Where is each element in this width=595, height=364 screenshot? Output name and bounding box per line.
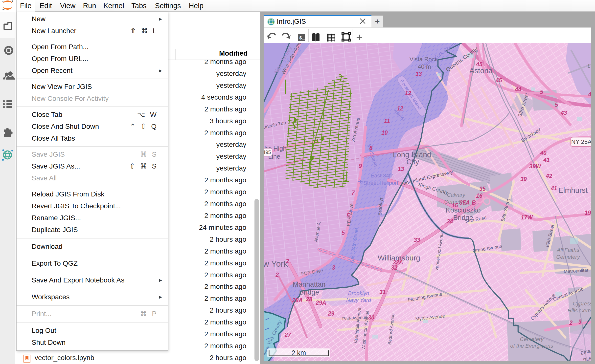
svg-text:19: 19 <box>585 210 591 216</box>
svg-text:2: 2 <box>569 320 573 326</box>
svg-text:28A: 28A <box>292 297 303 303</box>
svg-text:7: 7 <box>352 190 355 196</box>
svg-text:39: 39 <box>520 176 527 182</box>
svg-text:45: 45 <box>476 61 483 67</box>
svg-text:35A-B: 35A-B <box>459 199 476 206</box>
svg-text:Cypress: Cypress <box>573 300 591 307</box>
svg-text:41: 41 <box>543 157 550 163</box>
svg-text:✈: ✈ <box>349 208 354 215</box>
svg-text:9: 9 <box>359 163 362 169</box>
svg-text:Brooklyn: Brooklyn <box>348 290 369 296</box>
svg-text:Cemetery: Cemetery <box>556 254 580 260</box>
svg-text:New York: New York <box>264 259 288 268</box>
svg-text:4: 4 <box>588 91 591 98</box>
svg-text:33: 33 <box>414 237 420 243</box>
svg-text:41: 41 <box>550 185 557 192</box>
svg-text:8: 8 <box>369 145 373 151</box>
svg-text:NY 25A: NY 25A <box>571 138 591 145</box>
svg-text:Street Heliport: Street Heliport <box>364 180 398 186</box>
svg-text:of the Evergreens: of the Evergreens <box>510 343 553 349</box>
svg-text:43: 43 <box>560 110 567 116</box>
svg-text:17W: 17W <box>521 214 533 221</box>
svg-text:Hills Cemet: Hills Cemet <box>568 307 591 314</box>
svg-text:3: 3 <box>332 264 335 271</box>
svg-text:44: 44 <box>515 86 521 93</box>
svg-text:28: 28 <box>306 296 312 302</box>
svg-text:Elmhurst: Elmhurst <box>558 186 588 194</box>
svg-text:27: 27 <box>284 332 291 338</box>
svg-text:45: 45 <box>495 77 502 84</box>
svg-text:10: 10 <box>381 129 388 136</box>
svg-text:12: 12 <box>397 105 403 112</box>
svg-text:13: 13 <box>415 71 422 77</box>
svg-text:Calvary: Calvary <box>447 192 466 198</box>
svg-text:✈: ✈ <box>358 178 363 185</box>
svg-text:2: 2 <box>275 272 279 278</box>
svg-text:Kosciuszko: Kosciuszko <box>446 206 481 214</box>
svg-text:32: 32 <box>391 264 397 271</box>
svg-text:16: 16 <box>476 193 482 199</box>
svg-text:31: 31 <box>379 289 386 295</box>
svg-text:2: 2 <box>286 258 289 264</box>
svg-text:Astoria: Astoria <box>469 66 493 75</box>
svg-text:City: City <box>406 158 419 166</box>
svg-text:42: 42 <box>546 173 552 179</box>
svg-text:29A: 29A <box>316 300 326 306</box>
svg-text:5: 5 <box>555 102 558 108</box>
svg-text:40: 40 <box>540 150 547 156</box>
svg-text:29: 29 <box>328 310 334 317</box>
svg-text:Manhattan: Manhattan <box>293 280 325 288</box>
svg-text:35: 35 <box>479 186 486 192</box>
svg-text:5: 5 <box>342 230 345 236</box>
svg-text:$_: $_ <box>299 35 305 41</box>
svg-text:5: 5 <box>540 89 544 95</box>
svg-text:Bridge: Bridge <box>299 288 319 296</box>
svg-text:East 34th: East 34th <box>371 172 394 179</box>
svg-text:12: 12 <box>405 90 411 96</box>
svg-text:Cemetery: Cemetery <box>520 336 544 342</box>
svg-text:All Faiths: All Faiths <box>556 247 579 253</box>
svg-text:2 km: 2 km <box>292 349 306 357</box>
svg-text:3: 3 <box>578 319 582 325</box>
svg-text:39W: 39W <box>529 163 542 170</box>
svg-text:La: La <box>588 63 591 69</box>
svg-text:Navy Yard: Navy Yard <box>346 297 371 303</box>
svg-text:495: 495 <box>264 150 271 155</box>
svg-text:13: 13 <box>398 166 404 172</box>
svg-text:11: 11 <box>384 118 390 124</box>
svg-text:15: 15 <box>452 202 458 209</box>
svg-text:30: 30 <box>368 314 374 321</box>
svg-text:34: 34 <box>447 218 453 225</box>
